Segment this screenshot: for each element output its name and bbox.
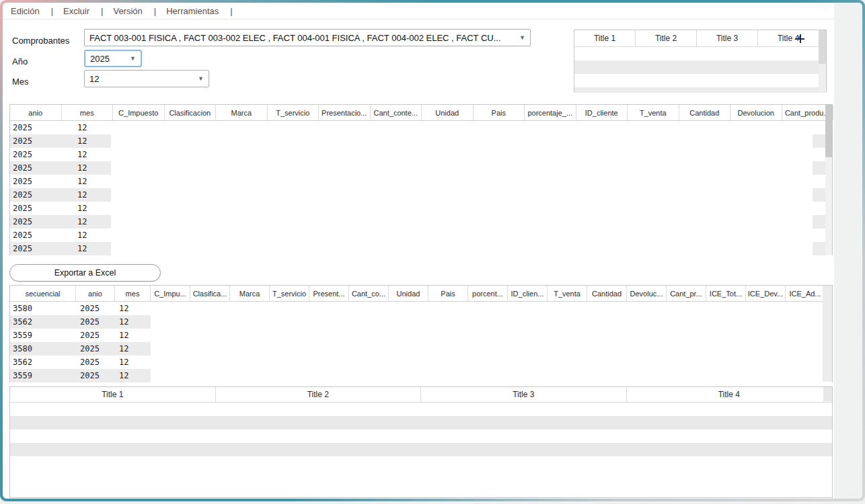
- column-header[interactable]: mes: [62, 105, 114, 120]
- column-header[interactable]: Title 4: [758, 30, 819, 46]
- column-header[interactable]: anio: [76, 286, 115, 301]
- table-row[interactable]: [574, 74, 826, 87]
- column-header[interactable]: ICE_Dev...: [746, 286, 786, 301]
- comprobantes-value: FACT 003-001 FISICA , FACT 003-002 ELEC …: [89, 33, 515, 43]
- table-row[interactable]: [574, 47, 826, 60]
- menu-item-edición[interactable]: Edición: [11, 6, 40, 16]
- grid-row[interactable]: 3559202512: [10, 369, 832, 382]
- grid-row[interactable]: 202512: [10, 121, 832, 134]
- grid-row[interactable]: 3580202512: [10, 302, 832, 315]
- grid-cell: 2025: [13, 215, 75, 228]
- grid-cell: 3580: [13, 302, 75, 315]
- column-header[interactable]: C_Impu...: [151, 286, 190, 301]
- chevron-down-icon[interactable]: ▼: [198, 76, 204, 82]
- grid-row[interactable]: 202512: [10, 175, 832, 188]
- grid-cell: 12: [77, 215, 118, 228]
- column-header[interactable]: Devoluc...: [627, 286, 667, 301]
- column-header[interactable]: Title 3: [697, 30, 758, 46]
- column-header[interactable]: T_venta: [628, 105, 679, 120]
- comprobantes-combobox[interactable]: FACT 003-001 FISICA , FACT 003-002 ELEC …: [84, 29, 531, 46]
- column-header[interactable]: mes: [115, 286, 151, 301]
- table-row[interactable]: [574, 87, 826, 93]
- grid-cell: 12: [119, 355, 151, 369]
- column-header[interactable]: Presentacio...: [319, 105, 371, 120]
- column-header[interactable]: anio: [10, 105, 62, 120]
- column-header[interactable]: ID_clien...: [508, 286, 548, 301]
- column-header[interactable]: Title 1: [574, 30, 636, 46]
- grid-row[interactable]: 3559202512: [10, 329, 832, 342]
- scrollbar-thumb[interactable]: [825, 105, 832, 157]
- column-header[interactable]: ID_cliente: [576, 105, 628, 120]
- table-row[interactable]: [10, 416, 832, 429]
- column-header[interactable]: Devolucion: [730, 105, 782, 120]
- scrollbar-track[interactable]: [823, 286, 832, 382]
- column-header[interactable]: Cantidad: [679, 105, 731, 120]
- grid-row[interactable]: 202512: [10, 161, 832, 175]
- column-header[interactable]: Title 2: [216, 387, 422, 402]
- grid-cell: 12: [77, 161, 118, 175]
- column-header[interactable]: C_Impuesto: [113, 105, 165, 120]
- cursor-crosshair-icon: [795, 34, 806, 44]
- grid-row[interactable]: 202512: [10, 148, 832, 161]
- column-header[interactable]: Present...: [309, 286, 349, 301]
- grid-row[interactable]: 3562202512: [10, 355, 832, 369]
- table-row[interactable]: [574, 60, 826, 74]
- column-header[interactable]: Unidad: [389, 286, 428, 301]
- export-excel-button[interactable]: Exportar a Excel: [9, 264, 161, 282]
- grid-row[interactable]: 3580202512: [10, 342, 832, 355]
- grid-row[interactable]: 202512: [10, 202, 832, 215]
- column-header[interactable]: ICE_Tot...: [706, 286, 746, 301]
- menu-item-versión[interactable]: Versión: [113, 6, 142, 16]
- grid-cell: 2025: [80, 315, 115, 329]
- column-header[interactable]: Clasificacion: [165, 105, 217, 120]
- scrollbar-thumb[interactable]: [819, 30, 826, 64]
- column-header[interactable]: Cantidad: [587, 286, 627, 301]
- table-row[interactable]: [10, 443, 832, 456]
- grid-cell: 3559: [13, 329, 75, 342]
- grid-row[interactable]: 202512: [10, 242, 832, 255]
- column-header[interactable]: secuencial: [10, 286, 76, 301]
- column-header[interactable]: ICE_Ad...: [786, 286, 825, 301]
- column-header[interactable]: Unidad: [422, 105, 474, 120]
- column-header[interactable]: porcentaje_...: [525, 105, 576, 120]
- column-header[interactable]: Pais: [428, 286, 468, 301]
- column-header[interactable]: Pais: [474, 105, 525, 120]
- grid-row[interactable]: 3562202512: [10, 315, 832, 329]
- preview-scrollbar[interactable]: [819, 30, 826, 91]
- grid-cell: 12: [119, 369, 151, 382]
- vertical-scrollbar[interactable]: [825, 105, 832, 255]
- menu-item-herramientas[interactable]: Herramientas: [166, 6, 219, 16]
- chevron-down-icon[interactable]: ▼: [130, 56, 136, 62]
- mes-combobox[interactable]: 12 ▼: [84, 70, 209, 87]
- grid-cell: 2025: [80, 302, 115, 315]
- grid-cell: 12: [77, 228, 118, 242]
- grid-cell: 12: [77, 134, 118, 148]
- column-header[interactable]: Title 3: [421, 387, 627, 402]
- column-header[interactable]: porcent...: [468, 286, 508, 301]
- column-header[interactable]: Cant_conte...: [371, 105, 422, 120]
- grid-row[interactable]: 202512: [10, 134, 832, 148]
- column-header[interactable]: Title 1: [10, 387, 216, 402]
- row-stripe: [813, 242, 827, 255]
- grid-row[interactable]: 202512: [10, 228, 832, 242]
- column-header[interactable]: T_venta: [548, 286, 587, 301]
- column-header[interactable]: Title 2: [636, 30, 697, 46]
- column-header[interactable]: Cant_co...: [349, 286, 389, 301]
- grid-row[interactable]: 202512: [10, 215, 832, 228]
- column-header[interactable]: Cant_pr...: [667, 286, 706, 301]
- column-header[interactable]: Marca: [230, 286, 270, 301]
- column-header[interactable]: T_servicio: [270, 286, 309, 301]
- column-header[interactable]: T_servicio: [268, 105, 319, 120]
- grid-row[interactable]: 202512: [10, 188, 832, 202]
- right-filler-panel: [834, 3, 862, 499]
- column-header[interactable]: Title 4: [627, 387, 833, 402]
- app-screen: Edición|Excluir|Versión|Herramientas| Co…: [0, 0, 865, 504]
- anio-combobox[interactable]: 2025 ▼: [84, 50, 142, 67]
- column-header[interactable]: Clasifica...: [190, 286, 230, 301]
- table-row[interactable]: [10, 429, 832, 443]
- table-row[interactable]: [10, 403, 832, 416]
- chevron-down-icon[interactable]: ▼: [519, 35, 525, 41]
- column-header[interactable]: Marca: [216, 105, 268, 120]
- grid-cell: 12: [77, 242, 118, 255]
- menu-item-excluir[interactable]: Excluir: [63, 6, 89, 16]
